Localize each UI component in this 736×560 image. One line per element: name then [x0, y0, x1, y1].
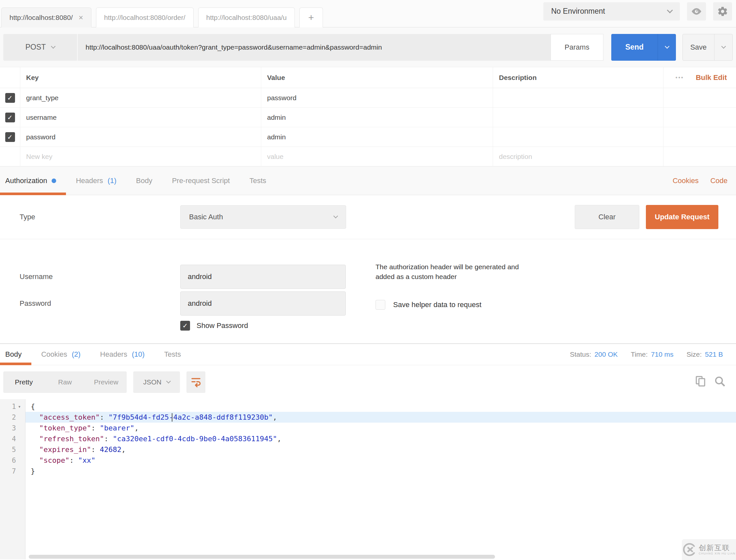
auth-credentials-panel: Username Password ✓ Show Password The au…: [0, 239, 736, 344]
response-tab-headers[interactable]: Headers (10): [90, 344, 154, 365]
browser-tab-3[interactable]: http://localhost:8080/uaa/u: [198, 8, 295, 27]
code-line: }: [25, 466, 736, 476]
watermark: 创新互联 CHUANG XIN HU LIAN: [682, 539, 736, 560]
view-mode-switch: Pretty Raw Preview: [3, 371, 127, 393]
eye-icon: [691, 8, 702, 15]
horizontal-scrollbar[interactable]: [29, 555, 495, 559]
format-selector[interactable]: JSON: [133, 371, 180, 393]
code-line: "refresh_token": "ca320ee1-cdf0-4cdb-9be…: [25, 433, 736, 444]
code-line: "expires_in": 42682,: [25, 444, 736, 455]
auth-type-selector[interactable]: Basic Auth: [180, 205, 346, 229]
chevron-down-icon: [721, 44, 726, 48]
new-key-input[interactable]: New key: [20, 147, 261, 166]
view-pretty-button[interactable]: Pretty: [3, 371, 44, 393]
tab-label: http://localhost:8080/order/: [104, 14, 185, 22]
password-field[interactable]: [180, 291, 346, 316]
tab-headers[interactable]: Headers (1): [66, 166, 126, 195]
request-tabstrip: http://localhost:8080/ × http://localhos…: [0, 0, 543, 27]
param-description[interactable]: [493, 88, 664, 107]
table-row: ✓ username admin: [0, 108, 736, 127]
json-response-body: { "access_token": "7f9b54d4-fd25-4a2c-a8…: [25, 399, 736, 559]
environment-controls: No Environment: [543, 0, 736, 27]
environment-preview-button[interactable]: [687, 2, 706, 21]
url-input[interactable]: [78, 34, 551, 61]
tab-tests[interactable]: Tests: [240, 166, 276, 195]
param-description[interactable]: [493, 108, 664, 127]
save-button-group: Save: [682, 34, 733, 61]
new-value-input[interactable]: value: [261, 147, 493, 166]
watermark-subtitle: CHUANG XIN HU LIAN: [699, 552, 736, 555]
username-label: Username: [0, 272, 180, 281]
row-checkbox[interactable]: ✓: [5, 132, 15, 142]
request-builder-bar: POST Params Send Save: [0, 27, 736, 67]
browser-tab-2[interactable]: http://localhost:8080/order/: [96, 8, 194, 27]
params-button[interactable]: Params: [551, 34, 603, 61]
chevron-down-icon: [665, 44, 669, 48]
tab-authorization[interactable]: Authorization: [0, 166, 66, 195]
type-label: Type: [0, 213, 180, 221]
update-request-button[interactable]: Update Request: [646, 205, 718, 229]
response-tab-body[interactable]: Body: [0, 344, 31, 365]
copy-response-button[interactable]: [696, 376, 706, 389]
params-table: Key Value Description ••• Bulk Edit ✓ gr…: [0, 67, 736, 166]
wrap-text-button[interactable]: [186, 371, 205, 393]
save-options-button[interactable]: [714, 34, 732, 60]
param-value[interactable]: admin: [261, 127, 493, 147]
new-description-input[interactable]: description: [493, 147, 664, 166]
chevron-down-icon: [51, 44, 55, 48]
close-icon[interactable]: ×: [79, 14, 83, 22]
cookies-count: (2): [72, 350, 81, 359]
param-key[interactable]: username: [20, 108, 261, 127]
method-selector[interactable]: POST: [3, 34, 77, 61]
header-checkbox-cell: [0, 67, 20, 88]
top-tab-bar: http://localhost:8080/ × http://localhos…: [0, 0, 736, 27]
send-button[interactable]: Send: [611, 34, 658, 61]
param-description[interactable]: [493, 127, 664, 147]
row-checkbox[interactable]: ✓: [5, 113, 15, 122]
new-tab-button[interactable]: +: [299, 8, 323, 27]
copy-icon: [696, 376, 706, 387]
param-value[interactable]: admin: [261, 108, 493, 127]
show-password-label: Show Password: [196, 321, 248, 330]
view-raw-button[interactable]: Raw: [44, 371, 86, 393]
settings-button[interactable]: [713, 2, 732, 21]
search-response-button[interactable]: [714, 376, 726, 388]
description-header: Description: [493, 67, 664, 88]
response-tab-cookies[interactable]: Cookies (2): [31, 344, 90, 365]
auth-helper-column: The authorization header will be generat…: [376, 262, 572, 310]
view-preview-button[interactable]: Preview: [86, 371, 127, 393]
show-password-checkbox[interactable]: ✓: [180, 321, 190, 331]
param-key[interactable]: password: [20, 127, 261, 147]
save-helper-checkbox[interactable]: [376, 300, 385, 310]
wrap-text-icon: [190, 377, 202, 387]
code-link[interactable]: Code: [710, 177, 728, 185]
row-checkbox[interactable]: ✓: [5, 93, 15, 103]
tab-prerequest-script[interactable]: Pre-request Script: [162, 166, 240, 195]
response-body-viewer: 1▾ 2 3 4 5 6 7 { "access_token": "7f9b54…: [0, 399, 736, 559]
more-options-icon[interactable]: •••: [676, 75, 684, 81]
chevron-down-icon: [667, 7, 673, 13]
size-badge: Size: 521 B: [686, 350, 723, 358]
code-line: {: [25, 401, 736, 412]
username-field[interactable]: [180, 265, 346, 289]
code-line-highlighted: "access_token": "7f9b54d4-fd25-4a2c-a848…: [25, 412, 736, 423]
bulk-edit-link[interactable]: Bulk Edit: [696, 73, 727, 82]
param-key[interactable]: grant_type: [20, 88, 261, 107]
send-options-button[interactable]: [658, 34, 676, 61]
tab-label: http://localhost:8080/uaa/u: [206, 14, 287, 22]
environment-selector[interactable]: No Environment: [543, 2, 680, 21]
tab-body[interactable]: Body: [126, 166, 162, 195]
clear-button[interactable]: Clear: [575, 205, 639, 229]
param-value[interactable]: password: [261, 88, 493, 107]
environment-label: No Environment: [551, 7, 668, 16]
cookies-link[interactable]: Cookies: [673, 177, 698, 185]
response-tab-tests[interactable]: Tests: [154, 344, 191, 365]
watermark-logo-icon: [682, 543, 696, 556]
fold-toggle-icon[interactable]: ▾: [18, 404, 23, 410]
search-icon: [714, 376, 726, 387]
chevron-down-icon: [333, 214, 338, 218]
save-button[interactable]: Save: [683, 34, 714, 60]
chevron-down-icon: [166, 379, 170, 383]
auth-type-value: Basic Auth: [189, 213, 334, 221]
browser-tab-1[interactable]: http://localhost:8080/ ×: [1, 8, 91, 27]
